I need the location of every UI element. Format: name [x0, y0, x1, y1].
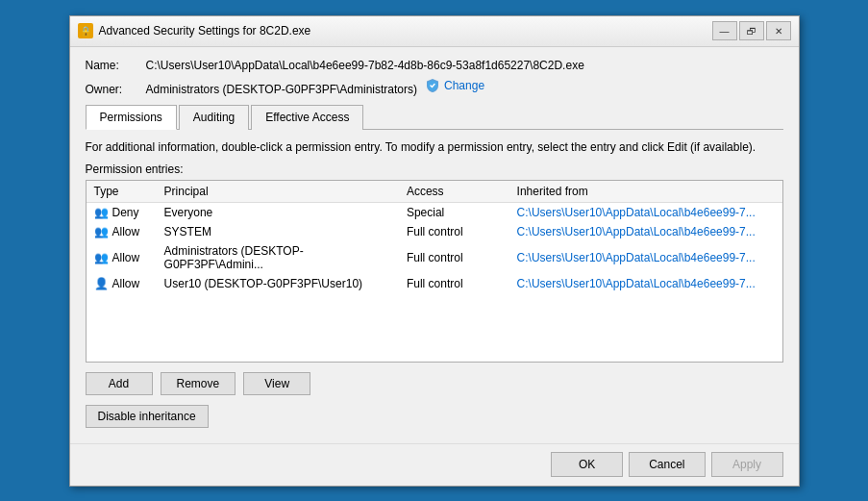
shield-icon: [425, 78, 440, 93]
cell-type-0: 👥 Deny: [87, 203, 157, 223]
table-row[interactable]: 👥 Allow Administrators (DESKTOP-G0PF3PF\…: [87, 241, 782, 274]
owner-value: Administrators (DESKTOP-G0PF3PF\Administ…: [146, 83, 418, 96]
header-access: Access: [399, 181, 509, 203]
add-button[interactable]: Add: [86, 372, 153, 395]
table-row[interactable]: 👤 Allow User10 (DESKTOP-G0PF3PF\User10) …: [87, 274, 782, 293]
tab-auditing[interactable]: Auditing: [179, 105, 249, 130]
name-value: C:\Users\User10\AppData\Local\b4e6ee99-7…: [146, 59, 584, 72]
change-link[interactable]: Change: [425, 78, 484, 93]
cell-principal-1: SYSTEM: [157, 222, 399, 241]
cell-inherited-1: C:\Users\User10\AppData\Local\b4e6ee99-7…: [509, 222, 782, 241]
action-buttons: Add Remove View: [86, 372, 783, 395]
cell-inherited-2: C:\Users\User10\AppData\Local\b4e6ee99-7…: [509, 241, 782, 274]
view-button[interactable]: View: [243, 372, 310, 395]
close-button[interactable]: ✕: [766, 21, 791, 40]
change-label: Change: [444, 79, 484, 92]
cell-principal-2: Administrators (DESKTOP-G0PF3PF\Admini..…: [157, 241, 399, 274]
cell-inherited-3: C:\Users\User10\AppData\Local\b4e6ee99-7…: [509, 274, 782, 293]
name-row: Name: C:\Users\User10\AppData\Local\b4e6…: [86, 59, 783, 72]
title-bar-buttons: — 🗗 ✕: [712, 21, 791, 40]
cell-access-0: Special: [399, 203, 509, 223]
dialog-footer: OK Cancel Apply: [70, 443, 799, 485]
ok-button[interactable]: OK: [551, 452, 623, 477]
permissions-table: Type Principal Access Inherited from 👥 D…: [87, 181, 782, 293]
row-icon-2: 👥: [94, 251, 109, 264]
cell-access-1: Full control: [399, 222, 509, 241]
cell-type-2: 👥 Allow: [87, 241, 157, 274]
restore-button[interactable]: 🗗: [739, 21, 764, 40]
permissions-table-container[interactable]: Type Principal Access Inherited from 👥 D…: [86, 180, 783, 363]
name-label: Name:: [86, 59, 138, 72]
window-title: Advanced Security Settings for 8C2D.exe: [99, 24, 311, 38]
tab-permissions[interactable]: Permissions: [86, 105, 177, 130]
cancel-button[interactable]: Cancel: [629, 452, 705, 477]
cell-access-2: Full control: [399, 241, 509, 274]
table-row[interactable]: 👥 Deny Everyone Special C:\Users\User10\…: [87, 203, 782, 223]
row-icon-1: 👥: [94, 225, 109, 238]
title-bar-left: 🔒 Advanced Security Settings for 8C2D.ex…: [78, 23, 311, 38]
cell-type-1: 👥 Allow: [87, 222, 157, 241]
main-window: 🔒 Advanced Security Settings for 8C2D.ex…: [69, 15, 800, 487]
description-text: For additional information, double-click…: [86, 139, 783, 156]
header-principal: Principal: [157, 181, 399, 203]
dialog-content: Name: C:\Users\User10\AppData\Local\b4e6…: [70, 47, 799, 440]
cell-type-3: 👤 Allow: [87, 274, 157, 293]
tab-effective-access[interactable]: Effective Access: [251, 105, 363, 130]
disable-inheritance-button[interactable]: Disable inheritance: [86, 405, 209, 428]
cell-access-3: Full control: [399, 274, 509, 293]
row-icon-3: 👤: [94, 277, 109, 290]
remove-button[interactable]: Remove: [161, 372, 236, 395]
cell-principal-0: Everyone: [157, 203, 399, 223]
tab-bar: Permissions Auditing Effective Access: [86, 104, 783, 130]
header-inherited: Inherited from: [509, 181, 782, 203]
permission-entries-label: Permission entries:: [86, 163, 783, 176]
header-type: Type: [87, 181, 157, 203]
owner-label: Owner:: [86, 83, 138, 96]
table-header-row: Type Principal Access Inherited from: [87, 181, 782, 203]
title-bar: 🔒 Advanced Security Settings for 8C2D.ex…: [70, 16, 799, 47]
apply-button[interactable]: Apply: [711, 452, 783, 477]
table-row[interactable]: 👥 Allow SYSTEM Full control C:\Users\Use…: [87, 222, 782, 241]
table-body: 👥 Deny Everyone Special C:\Users\User10\…: [87, 203, 782, 294]
owner-row: Owner: Administrators (DESKTOP-G0PF3PF\A…: [86, 78, 783, 96]
window-icon: 🔒: [78, 23, 93, 38]
row-icon-0: 👥: [94, 206, 109, 219]
cell-inherited-0: C:\Users\User10\AppData\Local\b4e6ee99-7…: [509, 203, 782, 223]
minimize-button[interactable]: —: [712, 21, 737, 40]
cell-principal-3: User10 (DESKTOP-G0PF3PF\User10): [157, 274, 399, 293]
